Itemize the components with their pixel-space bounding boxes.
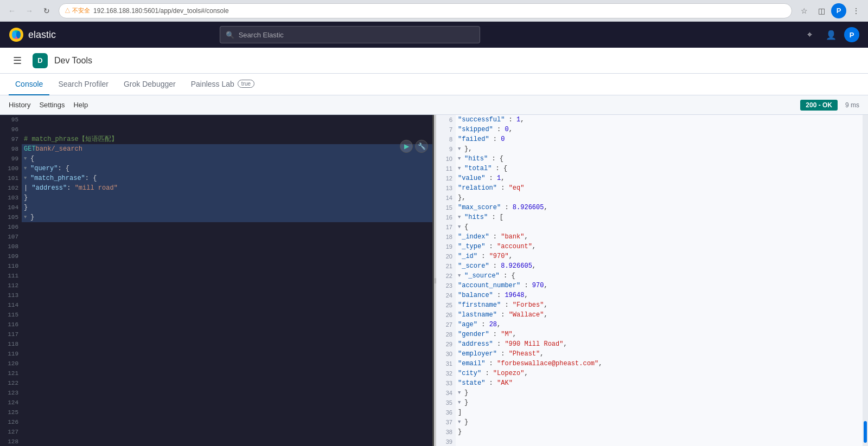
elastic-header: elastic 🔍 Search Elastic ⌖ 👤 P (0, 22, 868, 48)
output-line: "failed" : 0 (458, 134, 860, 144)
editor-line-numbers: 9596979899 100101102103104 1051061071081… (0, 115, 22, 446)
code-line: ▼ "match_phrase": { (22, 173, 432, 183)
output-line: "account_number" : 970, (458, 281, 860, 290)
output-line: "_index" : "bank", (458, 232, 860, 242)
timing-text: 9 ms (845, 101, 859, 109)
editor-content[interactable]: 9596979899 100101102103104 1051061071081… (0, 115, 432, 446)
app-header: ☰ D Dev Tools (0, 48, 868, 74)
output-line: ] (458, 408, 860, 417)
output-line: "state" : "AK" (458, 378, 860, 388)
output-line: ▼} (458, 417, 860, 427)
back-button[interactable]: ← (4, 3, 20, 18)
output-line: "firstname" : "Forbes", (458, 300, 860, 310)
elastic-search-placeholder: Search Elastic (239, 31, 284, 39)
search-icon: 🔍 (226, 31, 234, 39)
run-query-button[interactable]: ▶ (400, 140, 413, 153)
code-line: GET bank/_search (22, 144, 432, 154)
menu-button[interactable]: ⋮ (848, 3, 864, 18)
code-line (22, 388, 432, 398)
code-line (22, 437, 432, 446)
output-line: ▼ { (458, 222, 860, 232)
output-line: ▼ "_source" : { (458, 271, 860, 281)
code-line (22, 398, 432, 408)
output-line: "successful" : 1, (458, 115, 860, 125)
output-line: "lastname" : "Wallace", (458, 310, 860, 320)
refresh-button[interactable]: ↻ (39, 3, 54, 18)
output-line: "address" : "990 Mill Road", (458, 339, 860, 349)
crosshair-icon-button[interactable]: ⌖ (801, 26, 818, 43)
output-line: "city" : "Lopezo", (458, 369, 860, 378)
address-bar[interactable]: △ 不安全 192.168.188.180:5601/app/dev_tools… (59, 3, 792, 18)
tab-search-profiler[interactable]: Search Profiler (52, 74, 115, 95)
output-line (458, 437, 860, 446)
code-line (22, 222, 432, 232)
browser-actions: ☆ ◫ P ⋮ (796, 3, 864, 18)
code-line (22, 320, 432, 329)
code-editor: 9596979899 100101102103104 1051061071081… (0, 115, 432, 446)
code-line (22, 290, 432, 300)
output-line: "relation" : "eq" (458, 183, 860, 193)
svg-point-3 (12, 31, 16, 38)
output-line: "skipped" : 0, (458, 125, 860, 134)
output-line: "max_score" : 8.926605, (458, 203, 860, 212)
output-line: ▼ "hits" : [ (458, 212, 860, 222)
code-line (22, 369, 432, 378)
extension-button[interactable]: ◫ (814, 3, 829, 18)
output-line: "employer" : "Pheast", (458, 349, 860, 359)
code-line (22, 310, 432, 320)
output-line: ▼ } (458, 388, 860, 398)
output-line: "_id" : "970", (458, 251, 860, 261)
output-line: ▼ "total" : { (458, 164, 860, 173)
tab-console[interactable]: Console (9, 74, 49, 95)
user-icon-button[interactable]: 👤 (822, 26, 840, 43)
output-line: } (458, 427, 860, 437)
forward-button[interactable]: → (22, 3, 37, 18)
code-line (22, 329, 432, 339)
code-line (22, 251, 432, 261)
code-line (22, 427, 432, 437)
code-line (22, 349, 432, 359)
code-line (22, 125, 432, 134)
code-line: ▼ "query": { (22, 164, 432, 173)
dev-tools-badge: D (33, 53, 48, 68)
output-scrollbar-thumb (864, 421, 867, 443)
browser-chrome: ← → ↻ △ 不安全 192.168.188.180:5601/app/dev… (0, 0, 868, 22)
hamburger-menu-button[interactable]: ☰ (9, 52, 26, 69)
help-button[interactable]: Help (73, 99, 88, 111)
tab-painless-lab[interactable]: Painless Lab true (184, 74, 261, 95)
output-line: "balance" : 19648, (458, 290, 860, 300)
elastic-logo-icon (9, 27, 24, 42)
output-line: "_score" : 8.926605, (458, 261, 860, 271)
output-line: ▼ } (458, 398, 860, 408)
elastic-logo[interactable]: elastic (9, 27, 56, 42)
bookmark-button[interactable]: ☆ (796, 3, 812, 18)
output-content: 678910 1112131415 1617181920 2122232425 … (436, 115, 868, 446)
code-line (22, 281, 432, 290)
settings-button[interactable]: Settings (39, 99, 65, 111)
profile-avatar[interactable]: P (831, 3, 846, 18)
code-line (22, 300, 432, 310)
tabs-bar: Console Search Profiler Grok Debugger Pa… (0, 74, 868, 95)
code-line (22, 232, 432, 242)
code-line (22, 115, 432, 125)
code-line (22, 359, 432, 369)
code-line: ▼{ (22, 154, 432, 164)
output-scrollbar[interactable] (863, 115, 868, 446)
output-line: "gender" : "M", (458, 329, 860, 339)
code-lines: # match_phrase【短语匹配】 GET bank/_search ▼{… (22, 115, 432, 446)
tab-grok-debugger[interactable]: Grok Debugger (117, 74, 182, 95)
history-button[interactable]: History (9, 99, 30, 111)
output-line: "email" : "forbeswallace@pheast.com", (458, 359, 860, 369)
elastic-search-bar[interactable]: 🔍 Search Elastic (220, 26, 480, 43)
code-line: | "address": "mill road" (22, 183, 432, 193)
user-avatar[interactable]: P (844, 27, 859, 42)
code-line: ▼} (22, 212, 432, 222)
output-line: "value" : 1, (458, 173, 860, 183)
code-line: } (22, 203, 432, 212)
code-line (22, 417, 432, 427)
wrench-button[interactable]: 🔧 (415, 140, 428, 153)
elastic-logo-text: elastic (28, 29, 56, 41)
output-code: "successful" : 1, "skipped" : 0, "failed… (456, 115, 863, 446)
url-text: 192.168.188.180:5601/app/dev_tools#/cons… (93, 7, 786, 15)
code-line (22, 378, 432, 388)
